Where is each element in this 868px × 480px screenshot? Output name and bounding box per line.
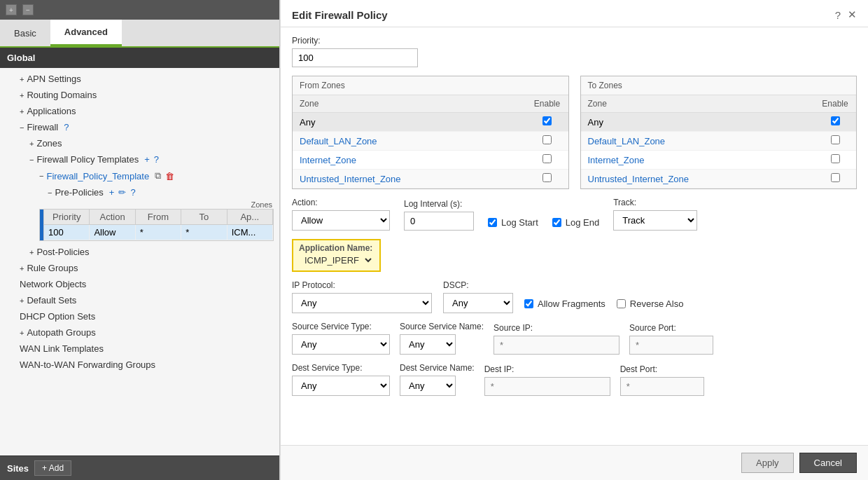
fpt-help-icon[interactable]: ? — [154, 154, 159, 165]
from-zone-row-internet: Internet_Zone — [293, 151, 568, 170]
src-ip-input[interactable] — [493, 336, 620, 355]
src-port-field: Source Port: — [629, 323, 713, 355]
dest-service-row: Dest Service Type: Any Dest Service Name… — [292, 363, 857, 396]
close-button[interactable]: ✕ — [848, 8, 857, 21]
win-expand-btn[interactable]: + — [6, 4, 17, 15]
sidebar-item-fpt[interactable]: − Firewall Policy Templates + ? — [0, 151, 279, 167]
add-site-button[interactable]: + Add — [34, 460, 71, 476]
dst-port-field: Dest Port: — [620, 364, 704, 396]
dscp-label: DSCP: — [443, 280, 513, 290]
to-zone-internet-link[interactable]: Internet_Zone — [588, 155, 645, 165]
plus-icon: + — [20, 329, 24, 337]
reverse-also-label: Reverse Also — [630, 299, 684, 309]
sidebar-item-routing[interactable]: + Routing Domains — [0, 87, 279, 103]
from-zone-any-enable[interactable] — [526, 113, 568, 132]
sidebar-item-autopath[interactable]: + Autopath Groups — [0, 324, 279, 341]
dst-svc-name-select[interactable]: Any — [400, 376, 456, 396]
src-svc-type-select[interactable]: Any — [292, 334, 390, 355]
sidebar-item-apn[interactable]: + APN Settings — [0, 71, 279, 87]
reverse-also-checkbox[interactable] — [617, 299, 626, 308]
prepolicies-edit-icon[interactable]: ✏ — [118, 187, 126, 198]
sidebar-item-wanfwd[interactable]: WAN-to-WAN Forwarding Groups — [0, 357, 279, 373]
allow-fragments-checkbox[interactable] — [524, 299, 533, 308]
dscp-select[interactable]: Any — [443, 293, 513, 313]
app-name-select[interactable]: ICMP_IPERF Any — [299, 253, 374, 268]
from-zone-untrusted-enable[interactable] — [526, 170, 568, 188]
sidebar-item-rulegroups[interactable]: + Rule Groups — [0, 260, 279, 276]
log-end-checkbox[interactable] — [552, 218, 561, 227]
dst-svc-type-select[interactable]: Any — [292, 376, 390, 396]
dialog-title: Edit Firewall Policy — [292, 9, 388, 21]
ip-protocol-select[interactable]: Any TCP UDP ICMP — [292, 293, 432, 313]
delete-icon[interactable]: 🗑 — [165, 171, 174, 181]
src-port-input[interactable] — [629, 336, 713, 355]
to-zone-row-any: Any — [581, 113, 857, 132]
tab-advanced[interactable]: Advanced — [50, 20, 122, 46]
to-zone-untrusted-link[interactable]: Untrusted_Internet_Zone — [588, 174, 690, 184]
to-zone-default-enable[interactable] — [814, 132, 856, 151]
sidebar-item-fpt-item[interactable]: − Firewall_Policy_Template ⧉ 🗑 — [0, 167, 279, 184]
src-svc-name-select[interactable]: Any — [400, 334, 456, 355]
dialog-footer: Apply Cancel — [281, 445, 868, 480]
to-zone-internet-enable[interactable] — [814, 151, 856, 170]
cell-from: * — [136, 225, 181, 240]
tab-basic[interactable]: Basic — [0, 20, 50, 46]
table-row[interactable]: 100 Allow * * ICM... — [44, 225, 273, 240]
tabs-bar: Basic Advanced — [0, 20, 279, 48]
firewall-help-icon[interactable]: ? — [64, 122, 69, 132]
priority-field: Priority: — [292, 36, 857, 67]
to-zones-box: To Zones Zone Enable Any — [580, 76, 858, 189]
win-collapse-btn[interactable]: − — [22, 4, 34, 15]
mini-table-header: Priority Action From To Ap... — [44, 210, 273, 225]
dst-ip-input[interactable] — [484, 377, 610, 396]
plus-icon: + — [20, 107, 24, 116]
log-interval-input[interactable] — [404, 212, 474, 231]
src-svc-name-field: Source Service Name: Any — [400, 322, 484, 355]
prepolicies-help-icon[interactable]: ? — [130, 187, 135, 198]
to-zone-default-link[interactable]: Default_LAN_Zone — [588, 136, 666, 146]
dialog-header-icons: ? ✕ — [835, 8, 857, 21]
sidebar-item-networkobjects[interactable]: Network Objects — [0, 276, 279, 292]
action-select[interactable]: Allow Deny Drop — [292, 210, 390, 231]
minus-icon: − — [39, 172, 43, 180]
from-zone-internet-link[interactable]: Internet_Zone — [300, 155, 356, 165]
dst-port-input[interactable] — [620, 377, 704, 396]
priority-label: Priority: — [292, 36, 857, 46]
log-start-checkbox[interactable] — [488, 218, 497, 227]
from-zone-row-default: Default_LAN_Zone — [293, 132, 568, 151]
allow-fragments-group: Allow Fragments — [524, 299, 606, 313]
priority-input[interactable] — [292, 48, 418, 67]
apply-button[interactable]: Apply — [741, 453, 794, 473]
from-zone-default-enable[interactable] — [526, 132, 568, 151]
to-zone-any-enable[interactable] — [814, 113, 856, 132]
track-field: Track: Track None — [613, 198, 697, 231]
fpt-add-icon[interactable]: + — [144, 154, 150, 165]
to-zone-row-default: Default_LAN_Zone — [581, 132, 857, 151]
prepolicies-add-icon[interactable]: + — [109, 187, 115, 198]
from-zone-internet-enable[interactable] — [526, 151, 568, 170]
track-select[interactable]: Track None — [613, 210, 697, 231]
sidebar-item-applications[interactable]: + Applications — [0, 103, 279, 119]
tree-content: + APN Settings + Routing Domains + Appli… — [0, 68, 279, 455]
sidebar-item-dhcp[interactable]: DHCP Option Sets — [0, 308, 279, 324]
sidebar-item-zones[interactable]: + Zones — [0, 135, 279, 151]
to-zone-untrusted-enable[interactable] — [814, 170, 856, 188]
sidebar-item-postpolicies[interactable]: + Post-Policies — [0, 244, 279, 260]
to-zone-any-name: Any — [581, 113, 815, 132]
dscp-field: DSCP: Any — [443, 280, 513, 313]
from-zone-untrusted-link[interactable]: Untrusted_Internet_Zone — [300, 174, 401, 184]
sidebar-item-prepolicies[interactable]: − Pre-Policies + ✏ ? — [0, 184, 279, 200]
sidebar-item-wanlink[interactable]: WAN Link Templates — [0, 341, 279, 357]
cancel-button[interactable]: Cancel — [799, 453, 857, 473]
allow-fragments-label: Allow Fragments — [538, 299, 606, 309]
to-zones-title: To Zones — [581, 76, 857, 95]
sidebar-item-firewall[interactable]: − Firewall ? — [0, 119, 279, 135]
sidebar-item-defaultsets[interactable]: + Default Sets — [0, 292, 279, 308]
copy-icon[interactable]: ⧉ — [155, 170, 161, 181]
action-field: Action: Allow Deny Drop — [292, 198, 390, 231]
from-zone-default-link[interactable]: Default_LAN_Zone — [300, 136, 377, 146]
cell-priority: 100 — [44, 225, 90, 240]
fpt-item-link[interactable]: Firewall_Policy_Template — [46, 171, 149, 181]
dst-svc-type-label: Dest Service Type: — [292, 363, 390, 373]
help-button[interactable]: ? — [835, 9, 841, 21]
